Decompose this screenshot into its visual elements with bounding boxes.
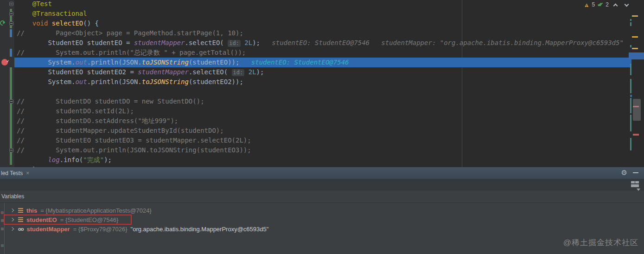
code-line[interactable]: // StudentEO studentEO3 = studentMapper.… <box>0 136 644 145</box>
variable-row[interactable]: oostudentMapper= {$Proxy79@7026}"org.apa… <box>5 224 644 234</box>
code-segment: selectEO <box>52 20 83 27</box>
code-text: StudentEO studentEO = studentMapper.sele… <box>14 38 631 48</box>
warning-count: 5 <box>592 1 595 8</box>
prev-problem-icon[interactable] <box>613 3 618 8</box>
code-line[interactable]: // studentMapper.updateStudentById(stude… <box>0 126 644 136</box>
code-line[interactable]: // StudentDO studentDO = new StudentDO()… <box>0 97 644 106</box>
typo-count: 2 <box>606 1 609 8</box>
layout-dropdown-arrow-icon[interactable] <box>637 189 640 193</box>
code-text: // studentDO.setAddress("地址999"); <box>14 116 631 126</box>
stripe-marker <box>630 95 632 97</box>
scrollbar-thumb[interactable] <box>633 99 641 121</box>
change-marker <box>10 77 12 87</box>
code-text: // StudentDO studentDO = new StudentDO()… <box>14 97 631 106</box>
change-marker <box>10 67 12 77</box>
code-text: System.out.println(JSON.toJSONString(stu… <box>14 58 631 67</box>
hide-panel-icon[interactable] <box>633 172 638 173</box>
fold-icon[interactable] <box>9 21 13 26</box>
code-segment: 2L <box>249 68 256 76</box>
variable-name: studentEO <box>26 216 57 223</box>
code-line[interactable]: System.out.println(JSON.toJSONString(stu… <box>0 58 644 67</box>
gutter-cell <box>0 165 14 167</box>
stripe-marker <box>632 15 638 17</box>
gutter-cell <box>0 77 14 87</box>
code-line[interactable]: @Test <box>0 0 644 9</box>
code-segment: studentMapper <box>134 39 185 46</box>
stripe-marker <box>630 64 631 75</box>
code-line[interactable]: StudentEO studentEO = studentMapper.sele… <box>0 38 644 48</box>
debugger-toolbar-strip <box>0 203 5 254</box>
code-text: // Page<Object> page = PageMethod.startP… <box>14 28 631 38</box>
variable-row[interactable]: this= {MybatispraticeApplicationTests@70… <box>5 206 644 215</box>
code-segment: out <box>75 59 87 66</box>
variable-row[interactable]: studentEO= {StudentEO@7546} <box>5 215 644 224</box>
code-segment: System. <box>17 59 75 66</box>
code-line[interactable] <box>0 87 644 97</box>
change-marker <box>10 106 12 116</box>
gutter-cell <box>0 58 14 67</box>
variable-name: this <box>26 207 37 214</box>
run-test-icon[interactable] <box>0 20 6 26</box>
inspections-widget[interactable]: ▲ 5 ✔✔ 2 <box>584 1 629 8</box>
code-segment: .selectEO( <box>189 68 232 76</box>
code-segment <box>244 68 248 76</box>
fold-icon[interactable] <box>9 12 13 16</box>
next-problem-icon[interactable] <box>625 2 629 7</box>
fold-icon[interactable] <box>9 99 13 104</box>
code-text: System.out.println(JSON.toJSONString(stu… <box>14 77 631 87</box>
code-segment: ); <box>252 39 260 46</box>
gutter-cell <box>0 38 14 48</box>
restore-layout-icon[interactable] <box>631 181 639 188</box>
gutter-cell <box>0 126 14 136</box>
code-line[interactable]: @Transactional <box>0 9 644 19</box>
stripe-marker <box>630 45 631 47</box>
code-line[interactable]: void selectEO() { <box>0 19 644 28</box>
code-segment: // StudentEO studentEO3 = studentMapper.… <box>17 137 251 144</box>
param-hint-chip: id: <box>232 69 245 76</box>
code-segment: // Page<Object> page = PageMethod.startP… <box>17 29 243 37</box>
code-line[interactable]: // studentDO.setId(2L); <box>0 106 644 116</box>
code-text: // studentMapper.updateStudentById(stude… <box>14 126 631 136</box>
gear-icon[interactable]: ⚙ <box>621 169 627 177</box>
code-line[interactable]: // Page<Object> page = PageMethod.startP… <box>0 28 644 38</box>
variables-tree[interactable]: this= {MybatispraticeApplicationTests@70… <box>5 203 644 254</box>
code-line[interactable]: System.out.println(JSON.toJSONString(stu… <box>0 77 644 87</box>
expand-chevron-icon[interactable] <box>10 208 14 212</box>
tab-failed-tests[interactable]: led Tests × <box>0 167 33 179</box>
stripe-marker <box>630 115 631 131</box>
code-line[interactable]: log.info("完成"); <box>0 155 644 165</box>
code-segment: // studentMapper.updateStudentById(stude… <box>17 127 224 134</box>
code-line[interactable]: StudentEO studentEO2 = studentMapper.sel… <box>0 67 644 77</box>
code-segment: void <box>17 20 52 27</box>
code-segment: StudentEO studentEO2 = <box>17 68 138 76</box>
debug-toolwindow: led Tests × ⚙ Variables this= {Mybatispr… <box>0 167 644 254</box>
breakpoint-icon[interactable] <box>1 59 8 65</box>
fold-icon[interactable] <box>9 148 13 152</box>
gutter-cell <box>0 97 14 106</box>
code-segment: // studentDO.setAddress("地址999"); <box>17 117 178 124</box>
code-line[interactable]: // System.out.println(JSON.toJSONString(… <box>0 145 644 155</box>
tab-label: led Tests <box>1 170 23 176</box>
code-editor[interactable]: @Test @Transactional void selectEO() {//… <box>0 0 644 167</box>
code-text: @Transactional <box>14 9 631 19</box>
close-icon[interactable]: × <box>26 170 29 176</box>
error-stripe[interactable] <box>629 0 644 167</box>
param-hint-chip: id: <box>228 40 241 47</box>
expand-chevron-icon[interactable] <box>10 218 14 221</box>
code-segment: @Test <box>17 0 52 7</box>
change-marker <box>10 136 12 145</box>
code-text: // StudentEO studentEO3 = studentMapper.… <box>14 136 631 145</box>
code-segment: ); <box>256 68 264 76</box>
code-text: @Test <box>14 0 631 9</box>
code-line[interactable]: // System.out.println("总记录数 " + page.get… <box>0 48 644 58</box>
change-marker <box>10 49 12 57</box>
fold-icon[interactable] <box>9 2 13 6</box>
code-text: // studentDO.setId(2L); <box>14 106 631 116</box>
code-segment: // StudentDO studentDO = new StudentDO()… <box>17 98 204 105</box>
change-marker <box>10 126 12 136</box>
variables-header: Variables <box>0 190 644 203</box>
code-line[interactable]: // studentDO.setAddress("地址999"); <box>0 116 644 126</box>
toolwindow-tabbar: led Tests × ⚙ <box>0 167 644 179</box>
expand-chevron-icon[interactable] <box>10 227 14 231</box>
watermark: @稀土掘金技术社区 <box>563 237 638 248</box>
